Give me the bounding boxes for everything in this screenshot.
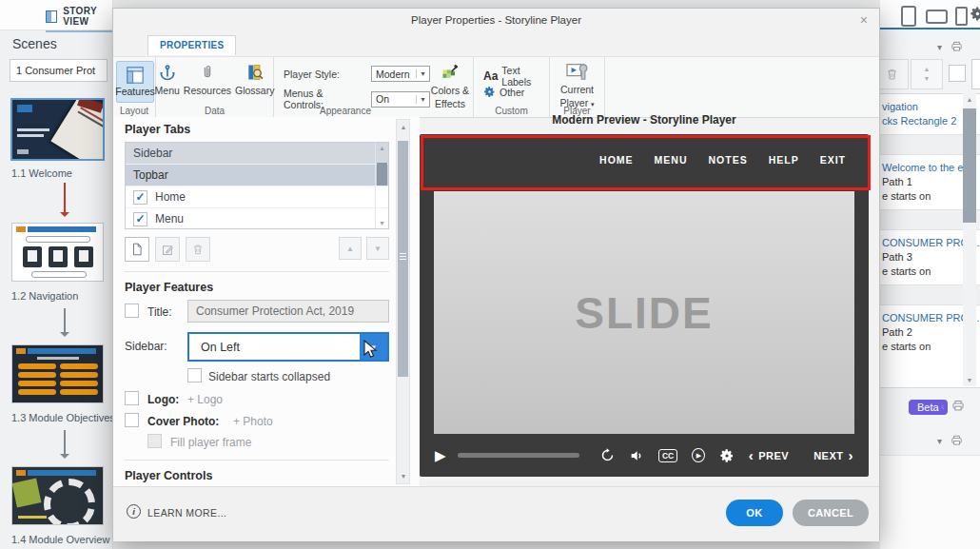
ribbon-group-data: Menu Resources Glossary Data xyxy=(156,57,274,117)
topbar-highlight-box xyxy=(421,135,871,190)
dialog-footer: i LEARN MORE... OK CANCEL xyxy=(113,486,879,541)
title-input[interactable] xyxy=(187,300,389,323)
fill-player-frame-checkbox[interactable] xyxy=(147,434,162,448)
sidebar-dropdown-value: On Left xyxy=(189,341,360,354)
logo-checkbox[interactable] xyxy=(125,391,139,405)
title-checkbox[interactable] xyxy=(125,304,139,318)
branch-arrow-red xyxy=(64,183,66,215)
seekbar[interactable] xyxy=(458,453,579,458)
up-arrow-icon: ▲ xyxy=(924,65,931,74)
reorder-spinner[interactable]: ▲▼ xyxy=(911,59,943,89)
settings-gear-icon[interactable] xyxy=(719,447,735,463)
scrollbar-thumb[interactable] xyxy=(398,141,408,377)
tab-properties[interactable]: PROPERTIES xyxy=(147,35,236,55)
scenes-panel-title: Scenes xyxy=(12,36,57,51)
checked-checkbox[interactable]: ✓ xyxy=(133,190,147,205)
move-up-button[interactable]: ▲ xyxy=(339,237,362,260)
text-labels-button[interactable]: Aa Text Labels xyxy=(483,65,549,88)
colors-effects-button[interactable]: Colors & Effects xyxy=(428,57,472,109)
player-style-select[interactable]: Modern ▾ xyxy=(371,66,430,82)
cancel-button[interactable]: CANCEL xyxy=(793,500,869,526)
closed-captions-icon[interactable]: CC xyxy=(658,449,677,462)
ok-button[interactable]: OK xyxy=(726,500,783,526)
down-arrow-icon: ▼ xyxy=(924,74,931,84)
chevron-left-icon[interactable]: ‹ xyxy=(941,402,944,412)
learn-more-link[interactable]: LEARN MORE... xyxy=(147,507,226,519)
scrollbar-thumb[interactable] xyxy=(377,163,387,186)
player-tabs-heading: Player Tabs xyxy=(125,123,190,136)
move-down-button[interactable]: ▼ xyxy=(366,237,389,260)
player-features-heading: Player Features xyxy=(125,281,213,294)
scene-selector[interactable]: 1 Consumer Prot xyxy=(10,59,108,82)
play-icon[interactable]: ▶ xyxy=(435,447,446,464)
wheel-diagram xyxy=(44,479,95,525)
prev-button[interactable]: ‹ PREV xyxy=(749,448,789,462)
gear-icon[interactable] xyxy=(970,6,980,26)
list-item-home[interactable]: ✓ Home xyxy=(126,186,388,208)
list-item-topbar[interactable]: Topbar xyxy=(126,165,388,186)
list-scrollbar[interactable]: ▲ ▼ xyxy=(375,143,388,228)
scroll-down-icon[interactable]: ▼ xyxy=(397,473,410,480)
new-tab-button[interactable] xyxy=(125,237,149,262)
story-view-icon xyxy=(46,10,57,23)
chevron-down-icon[interactable]: ▾ xyxy=(937,436,942,446)
add-photo-link[interactable]: + Photo xyxy=(233,415,273,428)
chevron-down-icon[interactable]: ▾ xyxy=(937,42,942,52)
other-button[interactable]: Other xyxy=(483,86,524,98)
list-item-sidebar[interactable]: Sidebar xyxy=(126,143,388,165)
current-player-button[interactable]: Current Player ▾ xyxy=(550,57,604,108)
tab-story-view[interactable]: STORY VIEW xyxy=(46,6,112,32)
tablet-portrait-icon[interactable] xyxy=(901,6,916,27)
current-player-icon xyxy=(566,61,589,82)
settings-panel: Player Tabs Sidebar Topbar ✓ Home ✓ Menu xyxy=(113,117,420,486)
sidebar-collapsed-checkbox[interactable] xyxy=(187,368,202,382)
replay-icon[interactable] xyxy=(600,447,615,463)
flow-arrow xyxy=(64,430,66,457)
menus-controls-select[interactable]: On ▾ xyxy=(371,91,430,108)
slide-thumbnail-1-1[interactable] xyxy=(10,98,105,161)
add-logo-link[interactable]: + Logo xyxy=(187,393,223,406)
phone-icon[interactable] xyxy=(955,7,968,26)
playback-speed-icon[interactable]: ▶ xyxy=(692,448,704,462)
scroll-down-icon[interactable]: ▼ xyxy=(376,220,388,226)
player-style-label: Player Style: xyxy=(284,69,365,80)
palette-icon xyxy=(441,62,460,83)
chevron-down-icon: ▾ xyxy=(416,69,429,78)
close-icon[interactable]: × xyxy=(860,12,868,28)
window-toggle-button[interactable] xyxy=(971,59,980,89)
scene-selector-value: 1 Consumer Prot xyxy=(16,65,95,76)
settings-scrollbar[interactable]: ▲ ▼ xyxy=(396,119,410,484)
panel-icon[interactable] xyxy=(951,399,966,413)
glossary-book-icon xyxy=(245,62,265,83)
slide-thumbnail-1-3[interactable] xyxy=(11,344,104,403)
scroll-up-icon[interactable]: ▲ xyxy=(963,96,976,103)
unchecked-checkbox[interactable] xyxy=(949,65,966,82)
checked-checkbox[interactable]: ✓ xyxy=(133,212,147,226)
ribbon-tabstrip: PROPERTIES xyxy=(113,33,879,56)
slide-label-1-3: 1.3 Module Objectives xyxy=(11,412,115,423)
next-button[interactable]: NEXT › xyxy=(813,448,853,462)
slide-thumbnail-1-2[interactable] xyxy=(11,223,104,282)
tablet-landscape-icon[interactable] xyxy=(926,10,948,24)
aa-icon: Aa xyxy=(483,69,498,83)
sidebar-dropdown[interactable]: On Left ▾ xyxy=(187,332,389,362)
volume-icon[interactable] xyxy=(629,447,644,463)
cover-photo-checkbox[interactable] xyxy=(125,413,139,427)
edit-tab-button[interactable] xyxy=(155,237,180,262)
features-button[interactable]: Features xyxy=(116,61,154,103)
slide-thumbnail-1-4[interactable] xyxy=(11,466,104,525)
gear-icon xyxy=(483,86,496,98)
panel-icon[interactable] xyxy=(950,40,964,53)
scroll-up-icon[interactable]: ▲ xyxy=(376,145,388,151)
story-view-label: STORY VIEW xyxy=(63,6,112,27)
scroll-up-icon[interactable]: ▲ xyxy=(397,124,410,130)
delete-tab-button[interactable] xyxy=(186,237,210,262)
slide-label-1-4: 1.4 Module Overview xyxy=(11,534,109,545)
list-item-menu[interactable]: ✓ Menu xyxy=(126,208,388,229)
dialog-titlebar[interactable]: Player Properties - Storyline Player × xyxy=(113,9,879,33)
scenes-sidebar: STORY VIEW Scenes 1 Consumer Prot 1.1 We… xyxy=(0,0,113,549)
triggers-scrollbar[interactable]: ▲ ▼ xyxy=(963,93,976,386)
scrollbar-thumb[interactable] xyxy=(963,108,976,223)
panel-icon[interactable] xyxy=(950,434,964,447)
scroll-down-icon[interactable]: ▼ xyxy=(963,377,976,383)
